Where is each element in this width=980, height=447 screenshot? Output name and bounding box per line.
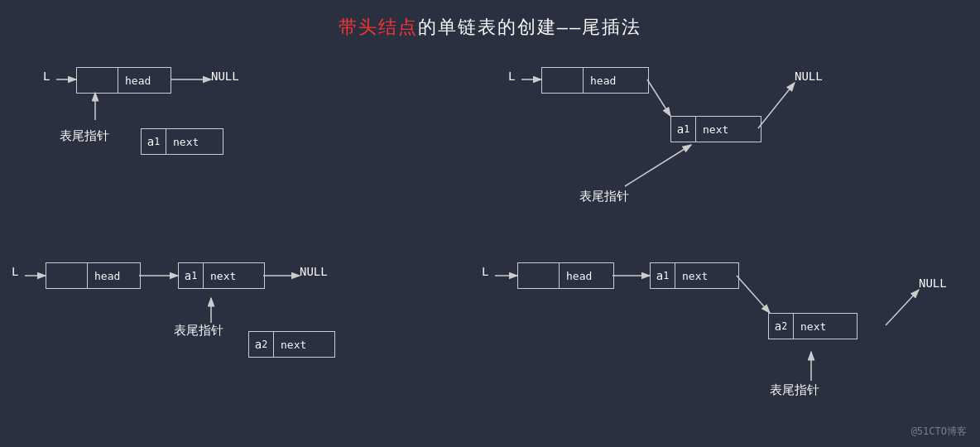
d2-head-data	[542, 68, 584, 93]
d4-a1-data: a1	[651, 263, 675, 288]
d1-head-label: head	[118, 68, 157, 93]
svg-line-7	[758, 83, 795, 128]
d3-a1-data: a1	[179, 263, 204, 288]
d1-L-label: L	[43, 70, 50, 83]
d4-a2-node: a2 next	[768, 313, 858, 339]
svg-line-16	[886, 290, 919, 325]
svg-line-15	[737, 276, 770, 313]
d3-head-data	[46, 263, 88, 288]
title-suffix: 的单链表的创建——尾插法	[418, 17, 642, 37]
d2-a1-data: a1	[671, 117, 696, 142]
d3-null-label: NULL	[300, 265, 328, 278]
d1-a1-next: next	[166, 129, 205, 154]
d2-head-label: head	[584, 68, 622, 93]
d4-a2-data: a2	[769, 314, 794, 339]
d2-null-label: NULL	[795, 70, 823, 83]
d4-head-data	[518, 263, 560, 288]
d3-head-node: head	[46, 262, 141, 289]
d1-head-data	[77, 68, 118, 93]
d4-null-label: NULL	[919, 276, 947, 290]
watermark: @51CTO博客	[911, 425, 967, 439]
svg-line-6	[647, 79, 670, 116]
d3-a1-node: a1 next	[178, 262, 265, 289]
svg-line-8	[625, 145, 691, 186]
d4-L-label: L	[482, 265, 488, 278]
d4-a1-node: a1 next	[650, 262, 739, 289]
d3-a2-next: next	[274, 332, 313, 357]
d1-head-node: head	[76, 67, 171, 94]
d4-head-label: head	[560, 263, 598, 288]
d2-tail-label: 表尾指针	[579, 189, 629, 204]
d4-tail-label: 表尾指针	[770, 382, 819, 398]
d2-head-node: head	[541, 67, 649, 94]
page-title: 带头结点的单链表的创建——尾插法	[0, 15, 980, 40]
title-highlight: 带头结点	[339, 17, 418, 37]
d2-L-label: L	[508, 70, 515, 83]
d3-a2-node: a2 next	[248, 331, 335, 358]
d3-tail-label: 表尾指针	[174, 323, 223, 339]
d4-a1-next: next	[675, 263, 714, 288]
d1-tail-label: 表尾指针	[60, 128, 109, 144]
d1-a1-node: a1 next	[141, 128, 223, 155]
d1-a1-data: a1	[142, 129, 166, 154]
d4-head-node: head	[517, 262, 614, 289]
d2-a1-node: a1 next	[670, 116, 761, 142]
d3-a1-next: next	[204, 263, 243, 288]
d3-head-label: head	[88, 263, 127, 288]
d1-null-label: NULL	[211, 70, 239, 83]
d3-L-label: L	[12, 265, 18, 278]
d2-a1-next: next	[696, 117, 735, 142]
d4-a2-next: next	[794, 314, 833, 339]
d3-a2-data: a2	[249, 332, 274, 357]
